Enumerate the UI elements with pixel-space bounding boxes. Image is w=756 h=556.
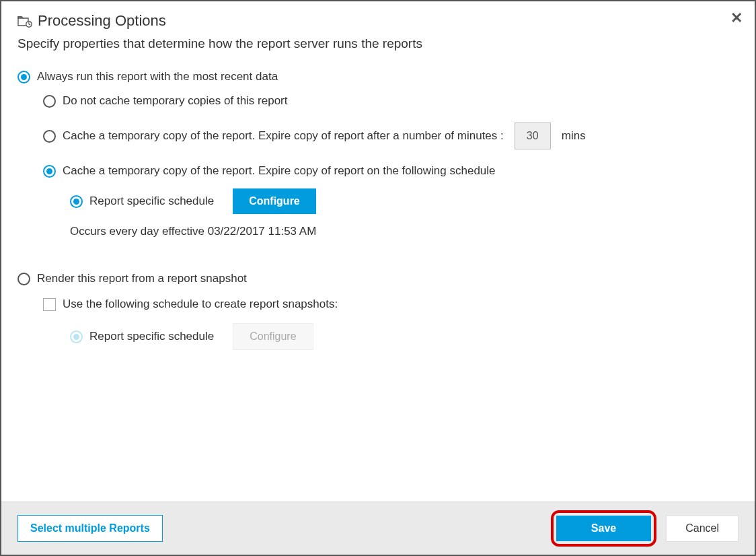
label-render-snapshot: Render this report from a report snapsho… [37,272,247,285]
processing-options-icon [17,14,32,28]
save-highlight: Save [551,510,656,547]
dialog-header: Processing Options [17,12,739,30]
option-run-recent: Always run this report with the most rec… [17,70,739,83]
radio-report-specific[interactable] [70,195,83,208]
option-use-schedule-snapshot: Use the following schedule to create rep… [43,298,739,311]
label-report-specific: Report specific schedule [89,195,214,208]
label-cache-minutes: Cache a temporary copy of the report. Ex… [63,129,504,143]
footer-actions: Save Cancel [551,510,739,547]
processing-options-dialog: ✕ Processing Options Specify properties … [0,0,756,556]
save-button[interactable]: Save [556,516,651,541]
label-mins-unit: mins [562,129,586,143]
radio-run-recent[interactable] [17,71,30,83]
close-icon[interactable]: ✕ [730,9,743,27]
radio-no-cache[interactable] [43,95,56,108]
option-report-specific-snapshot: Report specific schedule Configure [70,323,739,350]
option-cache-schedule: Cache a temporary copy of the report. Ex… [43,164,739,178]
radio-render-snapshot[interactable] [17,273,30,285]
option-cache-minutes: Cache a temporary copy of the report. Ex… [43,123,739,149]
select-multiple-reports-button[interactable]: Select multiple Reports [17,515,163,542]
radio-report-specific-snapshot [70,331,83,343]
label-no-cache: Do not cache temporary copies of this re… [63,94,288,108]
option-report-specific: Report specific schedule Configure [70,188,739,214]
schedule-description: Occurs every day effective 03/22/2017 11… [70,225,739,238]
input-cache-minutes[interactable] [515,123,551,149]
option-no-cache: Do not cache temporary copies of this re… [43,94,739,108]
dialog-content: Processing Options Specify properties th… [1,1,755,501]
radio-cache-minutes[interactable] [43,130,56,143]
label-run-recent: Always run this report with the most rec… [37,70,278,83]
dialog-subtitle: Specify properties that determine how th… [17,36,739,51]
label-cache-schedule: Cache a temporary copy of the report. Ex… [63,164,496,178]
option-render-snapshot: Render this report from a report snapsho… [17,272,739,285]
dialog-title: Processing Options [38,12,166,30]
dialog-footer: Select multiple Reports Save Cancel [1,501,755,555]
label-use-schedule: Use the following schedule to create rep… [63,298,338,311]
configure-snapshot-button: Configure [233,323,313,350]
cancel-button[interactable]: Cancel [666,515,739,542]
checkbox-use-schedule[interactable] [43,298,56,311]
label-report-specific-snapshot: Report specific schedule [89,330,214,343]
radio-cache-schedule[interactable] [43,165,56,178]
configure-button[interactable]: Configure [233,188,316,214]
